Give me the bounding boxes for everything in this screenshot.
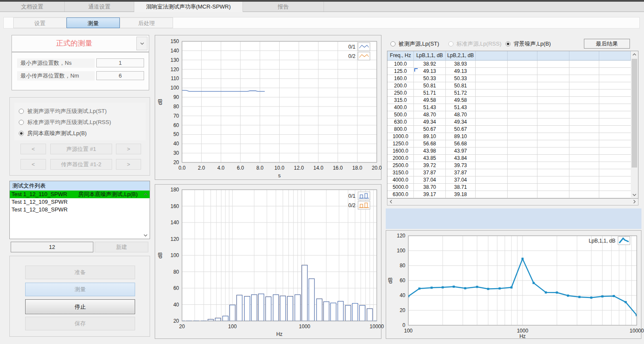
prepare-button[interactable]: 准备 xyxy=(25,266,135,279)
table-cell[interactable] xyxy=(569,104,599,111)
table-cell[interactable] xyxy=(569,162,599,169)
table-cell[interactable]: 43.85 xyxy=(414,155,446,162)
table-cell[interactable] xyxy=(476,82,508,90)
table-cell[interactable] xyxy=(569,90,599,97)
table-cell[interactable] xyxy=(537,184,569,191)
table-cell[interactable] xyxy=(508,82,537,90)
table-cell[interactable] xyxy=(476,140,508,147)
table-cell[interactable]: 100.0 xyxy=(387,61,414,68)
table-cell[interactable] xyxy=(508,75,537,82)
table-cell[interactable]: 800.0 xyxy=(387,126,414,133)
table-cell[interactable] xyxy=(508,68,537,75)
table-cell[interactable] xyxy=(508,119,537,126)
table-cell[interactable]: 56.68 xyxy=(446,140,476,147)
table-cell[interactable] xyxy=(508,90,537,97)
table-cell[interactable] xyxy=(537,75,569,82)
table-cell[interactable] xyxy=(476,68,508,75)
test-mode-option-0[interactable]: 被测声源平均声压级测试,Lp(ST) xyxy=(19,107,107,116)
table-cell[interactable]: 315.0 xyxy=(387,97,414,104)
table-cell[interactable] xyxy=(476,155,508,162)
table-cell[interactable]: 37.04 xyxy=(414,176,446,184)
table-cell[interactable] xyxy=(476,176,508,184)
scroll-up-icon[interactable] xyxy=(143,192,148,197)
table-cell[interactable] xyxy=(537,97,569,104)
min-mic-positions-field[interactable]: 6 xyxy=(96,71,144,80)
table-cell[interactable] xyxy=(508,155,537,162)
table-cell[interactable] xyxy=(569,126,599,133)
table-cell[interactable]: 37.04 xyxy=(446,176,476,184)
table-cell[interactable] xyxy=(476,169,508,176)
table-cell[interactable] xyxy=(537,61,569,68)
table-cell[interactable] xyxy=(569,191,599,198)
table-cell[interactable]: 51.71 xyxy=(414,90,446,97)
table-cell[interactable]: 43.84 xyxy=(446,155,476,162)
view-option-1[interactable]: 标准声源,Lp(RSS) xyxy=(448,39,501,49)
table-cell[interactable]: 50.81 xyxy=(414,82,446,90)
table-cell[interactable]: 48.70 xyxy=(446,111,476,119)
source-position-button[interactable]: 声源位置 #1 xyxy=(50,144,112,154)
table-cell[interactable] xyxy=(537,162,569,169)
table-cell[interactable]: 56.68 xyxy=(414,140,446,147)
table-cell[interactable]: 6300.0 xyxy=(387,191,414,198)
table-cell[interactable] xyxy=(476,147,508,155)
view-option-0[interactable]: 被测声源,Lp(ST) xyxy=(390,39,439,49)
table-cell[interactable] xyxy=(569,133,599,140)
table-cell[interactable] xyxy=(599,61,631,68)
radio-icon[interactable] xyxy=(390,41,396,46)
source-position-prev-button[interactable]: < xyxy=(20,144,46,154)
table-cell[interactable] xyxy=(508,176,537,184)
scroll-down-icon[interactable] xyxy=(143,233,148,237)
table-cell[interactable]: 48.70 xyxy=(414,111,446,119)
table-cell[interactable] xyxy=(537,147,569,155)
table-cell[interactable] xyxy=(537,90,569,97)
tab-document-settings[interactable]: 文档设置 xyxy=(0,2,65,12)
table-vertical-scrollbar[interactable] xyxy=(631,51,638,198)
table-cell[interactable]: 49.58 xyxy=(446,97,476,104)
table-cell[interactable] xyxy=(569,61,599,68)
radio-icon[interactable] xyxy=(19,131,24,136)
table-cell[interactable] xyxy=(508,133,537,140)
table-cell[interactable] xyxy=(508,104,537,111)
table-cell[interactable] xyxy=(599,147,631,155)
table-cell[interactable] xyxy=(599,169,631,176)
table-cell[interactable] xyxy=(508,97,537,104)
file-list-item[interactable]: Test 1_12_110_SPWR房间本底噪声测试,Lp(B) xyxy=(10,191,150,198)
table-cell[interactable] xyxy=(599,90,631,97)
measure-button[interactable]: 测量 xyxy=(25,283,135,296)
table-cell[interactable]: 1600.0 xyxy=(387,147,414,155)
table-cell[interactable]: 49.13 xyxy=(414,68,446,75)
scrollbar-thumb[interactable] xyxy=(632,59,637,168)
table-cell[interactable] xyxy=(599,184,631,191)
table-cell[interactable]: 37.87 xyxy=(446,169,476,176)
scroll-down-icon[interactable] xyxy=(631,191,638,198)
table-cell[interactable] xyxy=(569,155,599,162)
table-cell[interactable] xyxy=(508,61,537,68)
table-cell[interactable] xyxy=(537,126,569,133)
table-cell[interactable]: 39.72 xyxy=(414,162,446,169)
table-cell[interactable]: 49.58 xyxy=(414,97,446,104)
table-cell[interactable] xyxy=(599,111,631,119)
table-cell[interactable] xyxy=(569,119,599,126)
table-cell[interactable]: 43.97 xyxy=(446,147,476,155)
table-cell[interactable] xyxy=(537,155,569,162)
radio-icon[interactable] xyxy=(19,120,24,125)
table-cell[interactable]: 2000.0 xyxy=(387,155,414,162)
scroll-right-icon[interactable] xyxy=(631,199,638,205)
file-list-item[interactable]: Test 1_12_109_SPWR xyxy=(10,198,150,206)
table-cell[interactable] xyxy=(508,162,537,169)
table-cell[interactable] xyxy=(476,133,508,140)
table-cell[interactable]: 3150.0 xyxy=(387,169,414,176)
measurement-mode-dropdown[interactable]: 正式的测量 xyxy=(12,35,149,52)
table-cell[interactable] xyxy=(537,140,569,147)
save-button[interactable]: 保存 xyxy=(25,317,135,330)
new-test-button[interactable]: 新建 xyxy=(95,242,148,252)
table-cell[interactable]: 50.67 xyxy=(414,126,446,133)
table-cell[interactable] xyxy=(569,147,599,155)
subtab-setup[interactable]: 设置 xyxy=(13,17,66,28)
table-cell[interactable] xyxy=(599,133,631,140)
table-cell[interactable]: 43.98 xyxy=(414,147,446,155)
table-cell[interactable] xyxy=(569,176,599,184)
table-cell[interactable] xyxy=(476,75,508,82)
table-cell[interactable] xyxy=(476,61,508,68)
table-cell[interactable]: 39.18 xyxy=(446,191,476,198)
